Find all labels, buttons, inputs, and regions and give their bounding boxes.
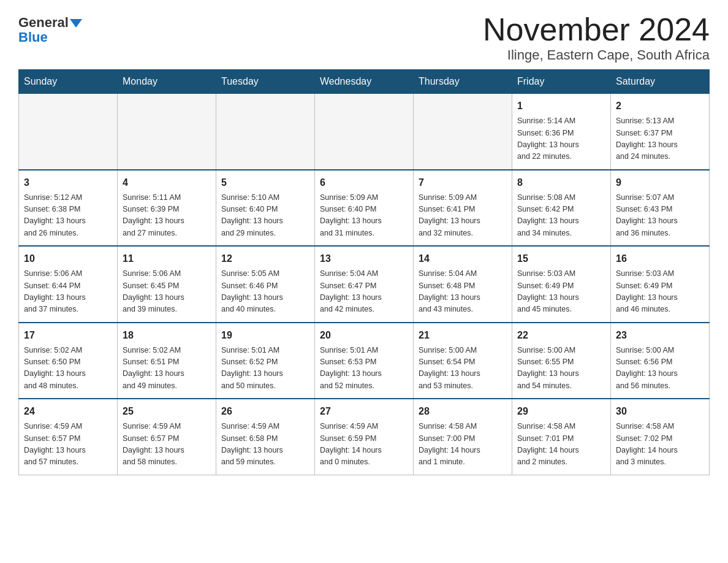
day-info: Sunrise: 5:06 AM Sunset: 6:45 PM Dayligh… xyxy=(123,268,211,316)
calendar-cell: 5Sunrise: 5:10 AM Sunset: 6:40 PM Daylig… xyxy=(216,170,315,247)
day-info: Sunrise: 5:00 AM Sunset: 6:54 PM Dayligh… xyxy=(419,345,507,393)
day-number: 23 xyxy=(616,328,704,343)
day-info: Sunrise: 5:04 AM Sunset: 6:48 PM Dayligh… xyxy=(419,268,507,316)
day-info: Sunrise: 5:13 AM Sunset: 6:37 PM Dayligh… xyxy=(616,115,704,163)
weekday-header-monday: Monday xyxy=(118,70,216,94)
day-info: Sunrise: 5:03 AM Sunset: 6:49 PM Dayligh… xyxy=(616,268,704,316)
calendar-week-5: 24Sunrise: 4:59 AM Sunset: 6:57 PM Dayli… xyxy=(19,399,710,475)
day-number: 29 xyxy=(517,404,605,419)
calendar-cell: 26Sunrise: 4:59 AM Sunset: 6:58 PM Dayli… xyxy=(216,399,315,475)
calendar-cell: 27Sunrise: 4:59 AM Sunset: 6:59 PM Dayli… xyxy=(315,399,414,475)
weekday-header-friday: Friday xyxy=(512,70,611,94)
day-info: Sunrise: 5:14 AM Sunset: 6:36 PM Dayligh… xyxy=(517,115,605,163)
calendar-week-3: 10Sunrise: 5:06 AM Sunset: 6:44 PM Dayli… xyxy=(19,246,710,323)
day-info: Sunrise: 5:02 AM Sunset: 6:50 PM Dayligh… xyxy=(24,345,112,393)
calendar-cell: 18Sunrise: 5:02 AM Sunset: 6:51 PM Dayli… xyxy=(118,323,216,399)
day-info: Sunrise: 5:04 AM Sunset: 6:47 PM Dayligh… xyxy=(320,268,408,316)
calendar-cell: 1Sunrise: 5:14 AM Sunset: 6:36 PM Daylig… xyxy=(512,94,611,170)
page-header: General Blue November 2024 Ilinge, Easte… xyxy=(18,12,710,63)
calendar-cell: 9Sunrise: 5:07 AM Sunset: 6:43 PM Daylig… xyxy=(611,170,710,247)
calendar-subtitle: Ilinge, Eastern Cape, South Africa xyxy=(483,47,710,63)
day-number: 28 xyxy=(419,404,507,419)
day-number: 11 xyxy=(123,251,211,266)
weekday-header-tuesday: Tuesday xyxy=(216,70,315,94)
calendar-cell: 11Sunrise: 5:06 AM Sunset: 6:45 PM Dayli… xyxy=(118,246,216,323)
day-number: 25 xyxy=(123,404,211,419)
calendar-cell: 4Sunrise: 5:11 AM Sunset: 6:39 PM Daylig… xyxy=(118,170,216,247)
day-number: 1 xyxy=(517,99,605,113)
weekday-header-saturday: Saturday xyxy=(611,70,710,94)
day-number: 20 xyxy=(320,328,408,343)
day-number: 4 xyxy=(123,175,211,190)
day-number: 18 xyxy=(123,328,211,343)
calendar-cell: 23Sunrise: 5:00 AM Sunset: 6:56 PM Dayli… xyxy=(611,323,710,399)
day-info: Sunrise: 4:59 AM Sunset: 6:57 PM Dayligh… xyxy=(123,421,211,469)
day-number: 26 xyxy=(221,404,309,419)
calendar-cell: 30Sunrise: 4:58 AM Sunset: 7:02 PM Dayli… xyxy=(611,399,710,475)
calendar-title: November 2024 xyxy=(483,12,710,47)
calendar-cell: 17Sunrise: 5:02 AM Sunset: 6:50 PM Dayli… xyxy=(19,323,118,399)
calendar-cell xyxy=(19,94,118,170)
day-number: 13 xyxy=(320,251,408,266)
calendar-cell: 16Sunrise: 5:03 AM Sunset: 6:49 PM Dayli… xyxy=(611,246,710,323)
day-info: Sunrise: 5:05 AM Sunset: 6:46 PM Dayligh… xyxy=(221,268,309,316)
calendar-cell xyxy=(315,94,414,170)
calendar-week-4: 17Sunrise: 5:02 AM Sunset: 6:50 PM Dayli… xyxy=(19,323,710,399)
logo-blue: Blue xyxy=(18,29,48,45)
day-info: Sunrise: 5:08 AM Sunset: 6:42 PM Dayligh… xyxy=(517,192,605,240)
calendar-cell: 7Sunrise: 5:09 AM Sunset: 6:41 PM Daylig… xyxy=(414,170,512,247)
day-info: Sunrise: 5:01 AM Sunset: 6:53 PM Dayligh… xyxy=(320,345,408,393)
day-info: Sunrise: 5:00 AM Sunset: 6:56 PM Dayligh… xyxy=(616,345,704,393)
calendar-cell: 24Sunrise: 4:59 AM Sunset: 6:57 PM Dayli… xyxy=(19,399,118,475)
day-info: Sunrise: 5:03 AM Sunset: 6:49 PM Dayligh… xyxy=(517,268,605,316)
calendar-cell: 2Sunrise: 5:13 AM Sunset: 6:37 PM Daylig… xyxy=(611,94,710,170)
logo-general: General xyxy=(18,15,82,30)
day-info: Sunrise: 4:59 AM Sunset: 6:59 PM Dayligh… xyxy=(320,421,408,469)
calendar-cell: 25Sunrise: 4:59 AM Sunset: 6:57 PM Dayli… xyxy=(118,399,216,475)
day-info: Sunrise: 4:58 AM Sunset: 7:01 PM Dayligh… xyxy=(517,421,605,469)
weekday-header-wednesday: Wednesday xyxy=(315,70,414,94)
calendar-cell: 10Sunrise: 5:06 AM Sunset: 6:44 PM Dayli… xyxy=(19,246,118,323)
calendar-cell: 19Sunrise: 5:01 AM Sunset: 6:52 PM Dayli… xyxy=(216,323,315,399)
day-number: 2 xyxy=(616,99,704,113)
day-info: Sunrise: 4:58 AM Sunset: 7:02 PM Dayligh… xyxy=(616,421,704,469)
calendar-cell: 8Sunrise: 5:08 AM Sunset: 6:42 PM Daylig… xyxy=(512,170,611,247)
weekday-header-thursday: Thursday xyxy=(414,70,512,94)
calendar-cell: 28Sunrise: 4:58 AM Sunset: 7:00 PM Dayli… xyxy=(414,399,512,475)
day-info: Sunrise: 5:09 AM Sunset: 6:41 PM Dayligh… xyxy=(419,192,507,240)
day-number: 17 xyxy=(24,328,112,343)
day-number: 24 xyxy=(24,404,112,419)
day-number: 7 xyxy=(419,175,507,190)
calendar-cell: 29Sunrise: 4:58 AM Sunset: 7:01 PM Dayli… xyxy=(512,399,611,475)
calendar-cell: 6Sunrise: 5:09 AM Sunset: 6:40 PM Daylig… xyxy=(315,170,414,247)
calendar-cell: 14Sunrise: 5:04 AM Sunset: 6:48 PM Dayli… xyxy=(414,246,512,323)
day-number: 15 xyxy=(517,251,605,266)
day-number: 30 xyxy=(616,404,704,419)
day-info: Sunrise: 5:09 AM Sunset: 6:40 PM Dayligh… xyxy=(320,192,408,240)
day-number: 19 xyxy=(221,328,309,343)
day-number: 3 xyxy=(24,175,112,190)
weekday-header-sunday: Sunday xyxy=(19,70,118,94)
calendar-header-row: SundayMondayTuesdayWednesdayThursdayFrid… xyxy=(19,70,710,94)
calendar-cell: 13Sunrise: 5:04 AM Sunset: 6:47 PM Dayli… xyxy=(315,246,414,323)
day-info: Sunrise: 4:59 AM Sunset: 6:57 PM Dayligh… xyxy=(24,421,112,469)
calendar-cell: 22Sunrise: 5:00 AM Sunset: 6:55 PM Dayli… xyxy=(512,323,611,399)
day-info: Sunrise: 5:10 AM Sunset: 6:40 PM Dayligh… xyxy=(221,192,309,240)
day-number: 22 xyxy=(517,328,605,343)
day-info: Sunrise: 5:02 AM Sunset: 6:51 PM Dayligh… xyxy=(123,345,211,393)
calendar-week-2: 3Sunrise: 5:12 AM Sunset: 6:38 PM Daylig… xyxy=(19,170,710,247)
day-number: 14 xyxy=(419,251,507,266)
calendar-cell: 3Sunrise: 5:12 AM Sunset: 6:38 PM Daylig… xyxy=(19,170,118,247)
calendar-cell xyxy=(216,94,315,170)
day-info: Sunrise: 5:06 AM Sunset: 6:44 PM Dayligh… xyxy=(24,268,112,316)
day-info: Sunrise: 4:58 AM Sunset: 7:00 PM Dayligh… xyxy=(419,421,507,469)
day-info: Sunrise: 5:00 AM Sunset: 6:55 PM Dayligh… xyxy=(517,345,605,393)
calendar-cell xyxy=(414,94,512,170)
calendar-cell: 21Sunrise: 5:00 AM Sunset: 6:54 PM Dayli… xyxy=(414,323,512,399)
calendar-cell xyxy=(118,94,216,170)
calendar-cell: 15Sunrise: 5:03 AM Sunset: 6:49 PM Dayli… xyxy=(512,246,611,323)
day-info: Sunrise: 5:11 AM Sunset: 6:39 PM Dayligh… xyxy=(123,192,211,240)
day-info: Sunrise: 5:01 AM Sunset: 6:52 PM Dayligh… xyxy=(221,345,309,393)
title-block: November 2024 Ilinge, Eastern Cape, Sout… xyxy=(483,12,710,63)
day-number: 8 xyxy=(517,175,605,190)
